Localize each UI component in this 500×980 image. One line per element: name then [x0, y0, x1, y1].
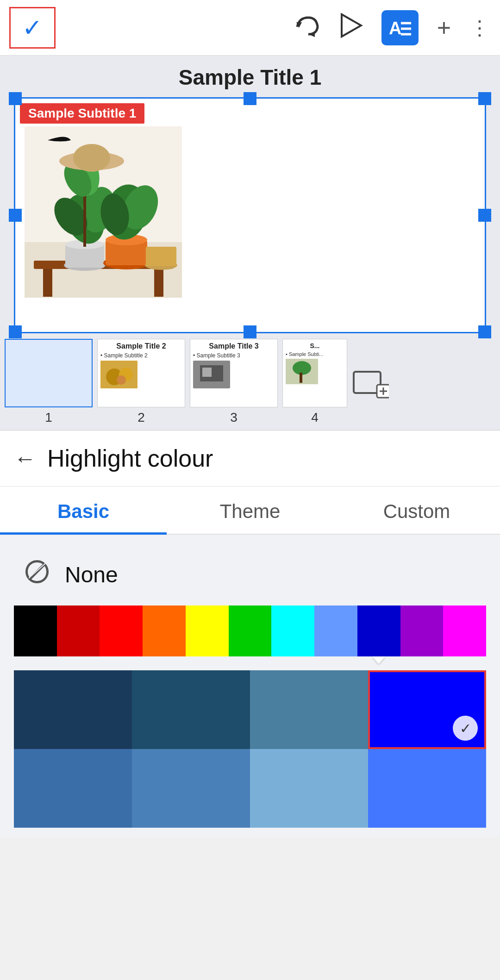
tabs-row: Basic Theme Custom — [0, 487, 500, 535]
back-button[interactable]: ← — [14, 446, 36, 471]
swatch-black[interactable] — [14, 605, 57, 656]
slide-2-subtitle: • Sample Subtitle 2 — [100, 352, 148, 359]
shade-cell-0-2[interactable] — [250, 670, 368, 749]
resize-handle-tm[interactable] — [244, 92, 256, 105]
shade-cell-1-3[interactable] — [368, 749, 486, 828]
slide-thumb-box-4[interactable]: S... • Sample Subti... — [282, 339, 347, 407]
resize-handle-bl[interactable] — [9, 325, 22, 338]
shade-cell-0-0[interactable] — [14, 670, 132, 749]
slide-4-title: S... — [286, 342, 344, 350]
slide-image[interactable] — [25, 126, 182, 298]
undo-icon[interactable] — [294, 14, 321, 42]
resize-handle-tl[interactable] — [9, 92, 22, 105]
resize-handle-tr[interactable] — [478, 92, 491, 105]
swatch-red[interactable] — [100, 605, 143, 656]
swatch-purple[interactable] — [400, 605, 444, 656]
slide-content-area[interactable]: Sample Subtitle 1 — [14, 97, 486, 333]
slide-subtitle: Sample Subtitle 1 — [20, 103, 144, 124]
swatch-yellow[interactable] — [186, 605, 229, 656]
slide-3-subtitle: • Sample Subtitle 3 — [193, 352, 240, 359]
tab-theme[interactable]: Theme — [167, 487, 333, 534]
slide-num-3: 3 — [230, 410, 238, 425]
play-icon[interactable] — [340, 12, 363, 43]
panel-header: ← Highlight colour — [0, 431, 500, 487]
tab-basic[interactable]: Basic — [0, 487, 167, 534]
add-button[interactable]: + — [437, 14, 451, 42]
slide-thumb-box-2[interactable]: Sample Title 2 • Sample Subtitle 2 — [97, 339, 185, 407]
none-row[interactable]: None — [14, 544, 486, 605]
swatch-lightblue[interactable] — [314, 605, 357, 656]
text-format-button[interactable]: A — [381, 10, 419, 45]
shade-cell-1-0[interactable] — [14, 749, 132, 828]
svg-rect-9 — [43, 269, 52, 297]
slide-3-img — [193, 361, 230, 388]
tab-custom-label: Custom — [383, 500, 450, 522]
swatch-darkred[interactable] — [57, 605, 100, 656]
slide-title: Sample Title 1 — [179, 65, 322, 90]
slide-thumb-box-1[interactable] — [5, 339, 93, 407]
swatch-magenta[interactable] — [443, 605, 486, 656]
resize-handle-ml[interactable] — [9, 209, 22, 222]
slide-editor: Sample Title 1 Sample Subtitle 1 — [0, 56, 500, 333]
slide-3-title: Sample Title 3 — [193, 342, 275, 350]
resize-handle-br[interactable] — [478, 325, 491, 338]
shade-grid: ✓ — [14, 670, 486, 828]
slide-2-img — [100, 361, 138, 388]
svg-point-29 — [73, 144, 110, 172]
tab-custom[interactable]: Custom — [333, 487, 500, 534]
shade-cell-0-3[interactable]: ✓ — [368, 670, 486, 749]
shade-cell-1-2[interactable] — [250, 749, 368, 828]
svg-rect-36 — [202, 368, 212, 377]
swatch-orange[interactable] — [143, 605, 186, 656]
svg-marker-1 — [342, 14, 361, 37]
shade-cell-1-1[interactable] — [132, 749, 250, 828]
slide-num-2: 2 — [138, 410, 145, 425]
check-icon: ✓ — [22, 14, 43, 42]
confirm-button[interactable]: ✓ — [9, 7, 56, 49]
slide-thumb-3[interactable]: Sample Title 3 • Sample Subtitle 3 3 — [190, 339, 278, 425]
more-options-button[interactable]: ⋮ — [469, 16, 491, 39]
selected-swatch-indicator — [372, 656, 385, 664]
panel-title: Highlight colour — [47, 444, 213, 472]
none-label: None — [65, 562, 118, 587]
top-toolbar: ✓ A + ⋮ — [0, 0, 500, 56]
svg-point-33 — [117, 375, 126, 385]
slide-2-title: Sample Title 2 — [100, 342, 182, 350]
swatch-cyan[interactable] — [271, 605, 314, 656]
slide-thumb-2[interactable]: Sample Title 2 • Sample Subtitle 2 2 — [97, 339, 185, 425]
basic-swatches-row — [14, 605, 486, 656]
slide-thumb-4[interactable]: S... • Sample Subti... 4 — [282, 339, 347, 425]
slide-num-1: 1 — [45, 410, 52, 425]
tab-basic-label: Basic — [57, 500, 109, 522]
toolbar-right-actions: A + ⋮ — [294, 10, 491, 45]
selected-shade-check: ✓ — [453, 716, 478, 741]
resize-handle-bm[interactable] — [244, 325, 256, 338]
swatch-green[interactable] — [229, 605, 272, 656]
no-fill-icon — [23, 558, 51, 592]
svg-text:A: A — [389, 19, 401, 38]
resize-handle-mr[interactable] — [478, 209, 491, 222]
svg-rect-39 — [300, 373, 302, 383]
add-slide-icon: + — [352, 366, 389, 403]
slide-num-4: 4 — [311, 410, 319, 425]
slides-strip: 1 Sample Title 2 • Sample Subtitle 2 2 S… — [0, 333, 500, 431]
slide-thumb-box-3[interactable]: Sample Title 3 • Sample Subtitle 3 — [190, 339, 278, 407]
add-slide-button[interactable]: + — [352, 361, 389, 403]
tab-theme-label: Theme — [220, 500, 281, 522]
svg-rect-18 — [146, 247, 176, 266]
slide-4-subtitle: • Sample Subti... — [286, 351, 324, 357]
shade-cell-0-1[interactable] — [132, 670, 250, 749]
swatch-blue[interactable] — [357, 605, 400, 656]
slide-thumb-1[interactable]: 1 — [5, 339, 93, 425]
svg-rect-10 — [154, 269, 163, 297]
colour-content: None ✓ — [0, 535, 500, 837]
